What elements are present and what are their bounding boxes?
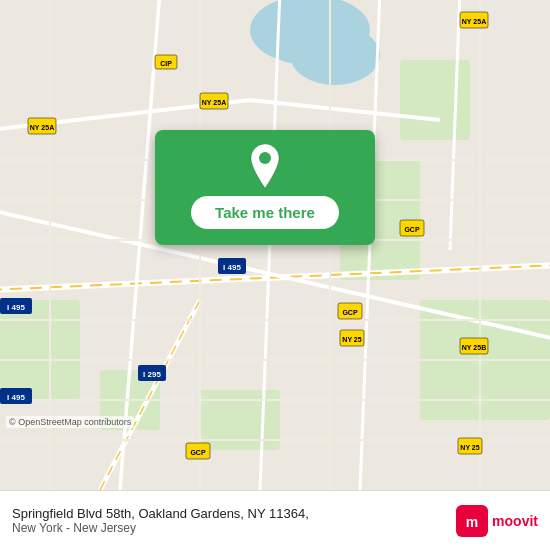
svg-text:GCP: GCP — [190, 449, 206, 456]
svg-text:NY 25A: NY 25A — [202, 99, 226, 106]
footer: Springfield Blvd 58th, Oakland Gardens, … — [0, 490, 550, 550]
svg-text:NY 25A: NY 25A — [30, 124, 54, 131]
moovit-logo-icon: m — [456, 505, 488, 537]
svg-point-2 — [290, 25, 380, 85]
svg-text:I 495: I 495 — [7, 303, 25, 312]
svg-text:CIP: CIP — [160, 60, 172, 67]
svg-text:NY 25: NY 25 — [460, 444, 479, 451]
svg-text:NY 25: NY 25 — [342, 336, 361, 343]
osm-attribution: © OpenStreetMap contributors — [6, 416, 134, 428]
svg-text:GCP: GCP — [404, 226, 420, 233]
location-card: Take me there — [155, 130, 375, 245]
svg-text:m: m — [466, 514, 478, 530]
footer-region: New York - New Jersey — [12, 521, 309, 535]
location-pin-icon — [247, 144, 283, 188]
moovit-brand-text: moovit — [492, 513, 538, 529]
footer-address: Springfield Blvd 58th, Oakland Gardens, … — [12, 506, 309, 521]
svg-text:I 295: I 295 — [143, 370, 161, 379]
moovit-logo: m moovit — [456, 505, 538, 537]
svg-text:I 495: I 495 — [7, 393, 25, 402]
svg-rect-5 — [0, 300, 80, 400]
svg-text:NY 25B: NY 25B — [462, 344, 486, 351]
footer-left: Springfield Blvd 58th, Oakland Gardens, … — [12, 506, 309, 535]
svg-text:NY 25A: NY 25A — [462, 18, 486, 25]
take-me-there-button[interactable]: Take me there — [191, 196, 339, 229]
svg-text:I 495: I 495 — [223, 263, 241, 272]
map-container: I 495 I 495 I 295 NY 25A NY 25A NY 25A N… — [0, 0, 550, 490]
svg-text:GCP: GCP — [342, 309, 358, 316]
svg-rect-4 — [400, 60, 470, 140]
svg-point-61 — [259, 152, 271, 164]
